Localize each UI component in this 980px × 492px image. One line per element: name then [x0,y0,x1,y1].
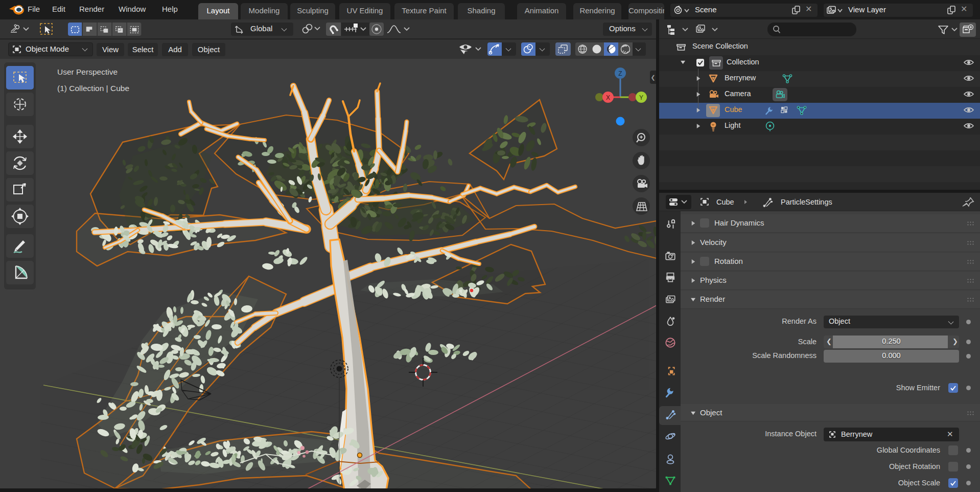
svg-text:Y: Y [639,94,643,101]
svg-text:X: X [606,94,610,101]
svg-text:Z: Z [618,70,622,77]
